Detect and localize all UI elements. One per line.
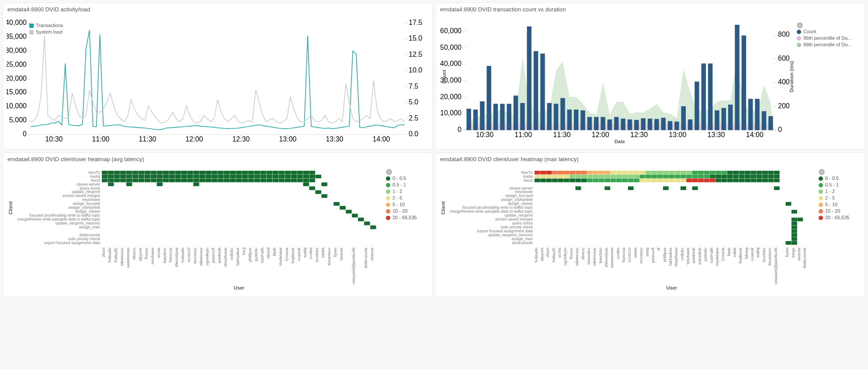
- svg-text:forknalln: forknalln: [108, 248, 112, 262]
- svg-rect-255: [321, 194, 327, 198]
- svg-rect-130: [701, 63, 706, 130]
- svg-rect-97: [480, 101, 484, 130]
- svg-rect-380: [604, 175, 610, 178]
- svg-rect-217: [132, 179, 138, 182]
- svg-rect-466: [792, 233, 797, 237]
- svg-text:baileyd2: baileyd2: [114, 248, 118, 262]
- svg-rect-233: [230, 179, 236, 182]
- svg-text:patrickc: patrickc: [703, 248, 708, 262]
- svg-rect-367: [774, 171, 780, 174]
- svg-rect-425: [622, 179, 628, 182]
- svg-rect-110: [567, 110, 572, 130]
- chevron-right-icon[interactable]: ›: [797, 22, 803, 28]
- svg-rect-147: [139, 171, 144, 174]
- svg-rect-156: [193, 171, 199, 174]
- svg-rect-351: [681, 171, 686, 174]
- legend-item: 1 - 2: [392, 188, 402, 195]
- svg-rect-148: [145, 171, 150, 174]
- svg-rect-160: [218, 171, 223, 174]
- svg-rect-106: [540, 54, 545, 130]
- svg-text:forknalln: forknalln: [534, 248, 538, 262]
- svg-rect-383: [622, 175, 628, 178]
- svg-rect-461: [792, 217, 797, 221]
- svg-rect-438: [698, 179, 704, 182]
- svg-text:aredrenh: aredrenh: [691, 248, 696, 263]
- svg-rect-258: [346, 210, 351, 213]
- svg-rect-174: [303, 171, 309, 174]
- svg-rect-411: [540, 179, 546, 182]
- svg-rect-176: [102, 175, 108, 178]
- svg-rect-151: [163, 171, 169, 174]
- svg-rect-456: [681, 186, 686, 190]
- svg-rect-96: [473, 110, 478, 130]
- svg-text:export focused assignment data: export focused assignment data: [44, 241, 100, 245]
- svg-rect-141: [102, 171, 108, 174]
- heatmap-avg[interactable]: NeuTulowtisNeu3cleave-serverquery somaup…: [7, 164, 429, 293]
- svg-text:SariFaith: SariFaith: [260, 248, 264, 263]
- svg-rect-102: [514, 96, 518, 130]
- svg-rect-103: [520, 103, 524, 130]
- svg-rect-430: [651, 179, 657, 182]
- svg-rect-95: [466, 109, 471, 130]
- legend-item: 20 - 65,535: [825, 214, 850, 221]
- svg-rect-188: [175, 175, 181, 178]
- chart-activity[interactable]: 05,00010,00015,00020,00025,00030,00035,0…: [3, 13, 432, 149]
- svg-rect-101: [507, 104, 511, 130]
- svg-text:Client: Client: [441, 201, 446, 214]
- svg-rect-240: [273, 179, 278, 182]
- chart-txn[interactable]: 010,00020,00030,00040,00050,00060,000020…: [436, 13, 865, 149]
- svg-text:13:30: 13:30: [326, 135, 343, 143]
- panel-txn-duration: emdata4:8900 DVID transaction count vs d…: [435, 3, 865, 150]
- heatmap-max[interactable]: NeuTulowtisNeu3cleave-serverneucleaseass…: [439, 164, 861, 293]
- svg-rect-131: [708, 63, 712, 130]
- svg-text:Madelaine: Madelaine: [278, 248, 283, 266]
- chart-heat-max[interactable]: NeuTulowtisNeu3cleave-serverneucleaseass…: [436, 162, 865, 297]
- svg-rect-132: [715, 110, 719, 130]
- svg-rect-372: [558, 175, 563, 178]
- svg-rect-442: [722, 179, 727, 182]
- chart-heat-avg[interactable]: NeuTulowtisNeu3cleave-serverquery somaup…: [3, 162, 432, 297]
- svg-rect-355: [704, 171, 709, 174]
- svg-text:5.0: 5.0: [409, 98, 418, 106]
- svg-rect-104: [527, 27, 531, 130]
- svg-rect-184: [151, 175, 156, 178]
- svg-text:10.0: 10.0: [409, 66, 422, 74]
- svg-rect-413: [552, 179, 558, 182]
- svg-rect-444: [733, 179, 739, 182]
- svg-rect-375: [576, 175, 581, 178]
- svg-rect-189: [181, 175, 187, 178]
- svg-text:Date: Date: [615, 139, 625, 144]
- svg-rect-428: [640, 179, 646, 182]
- chevron-right-icon[interactable]: ›: [386, 169, 392, 175]
- svg-rect-437: [692, 179, 698, 182]
- svg-rect-121: [641, 118, 645, 130]
- svg-rect-137: [748, 99, 753, 130]
- svg-rect-193: [205, 175, 211, 178]
- svg-rect-407: [762, 175, 768, 178]
- svg-rect-447: [750, 179, 756, 182]
- legend-item: 5 - 10: [392, 201, 405, 208]
- svg-text:5,000: 5,000: [9, 116, 27, 124]
- svg-rect-117: [614, 117, 618, 130]
- panel-title: emdata4:8900 DVID client/user heatmap (m…: [436, 153, 865, 162]
- legend-item: 0.5 - 1: [825, 182, 839, 188]
- svg-rect-155: [187, 171, 193, 174]
- svg-rect-462: [797, 217, 803, 221]
- svg-text:12:00: 12:00: [185, 135, 203, 143]
- svg-rect-460: [792, 210, 797, 213]
- activity-line-chart[interactable]: 05,00010,00015,00020,00025,00030,00035,0…: [7, 14, 429, 145]
- svg-rect-128: [688, 120, 692, 131]
- svg-text:takemuras: takemuras: [120, 248, 124, 266]
- svg-text:600: 600: [778, 55, 790, 62]
- svg-text:cheathamn: cheathamn: [674, 248, 678, 267]
- svg-rect-212: [102, 179, 108, 182]
- svg-text:10:30: 10:30: [476, 131, 493, 138]
- svg-rect-214: [114, 179, 120, 182]
- legend-item: 10 - 20: [392, 208, 407, 214]
- svg-rect-341: [622, 171, 628, 174]
- svg-rect-260: [358, 217, 364, 221]
- svg-rect-261: [364, 221, 370, 225]
- chevron-right-icon[interactable]: ›: [819, 169, 825, 175]
- svg-rect-140: [768, 116, 773, 130]
- svg-rect-127: [681, 106, 686, 130]
